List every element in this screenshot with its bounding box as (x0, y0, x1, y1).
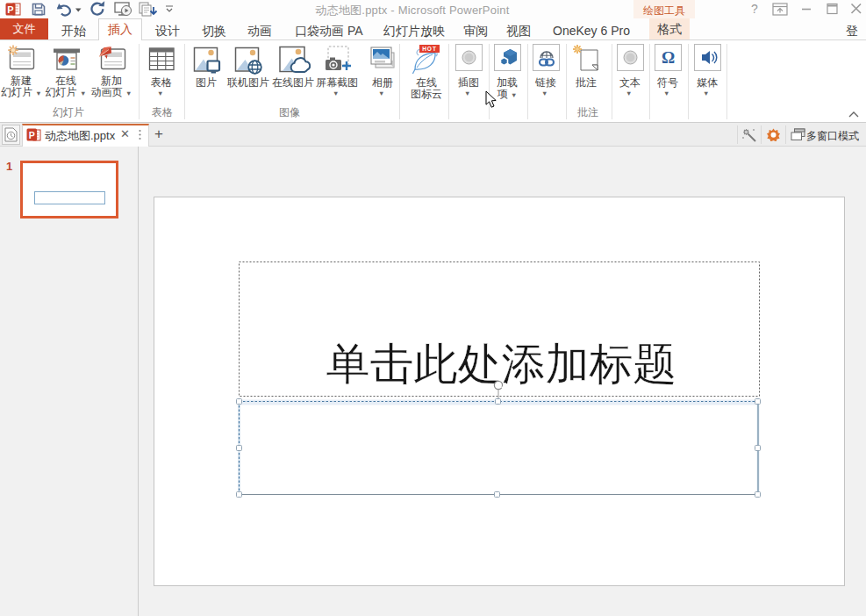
svg-text:Ω: Ω (662, 48, 675, 67)
svg-text:P: P (29, 130, 35, 140)
svg-text:HOT: HOT (422, 46, 437, 52)
svg-text:P: P (7, 4, 13, 15)
